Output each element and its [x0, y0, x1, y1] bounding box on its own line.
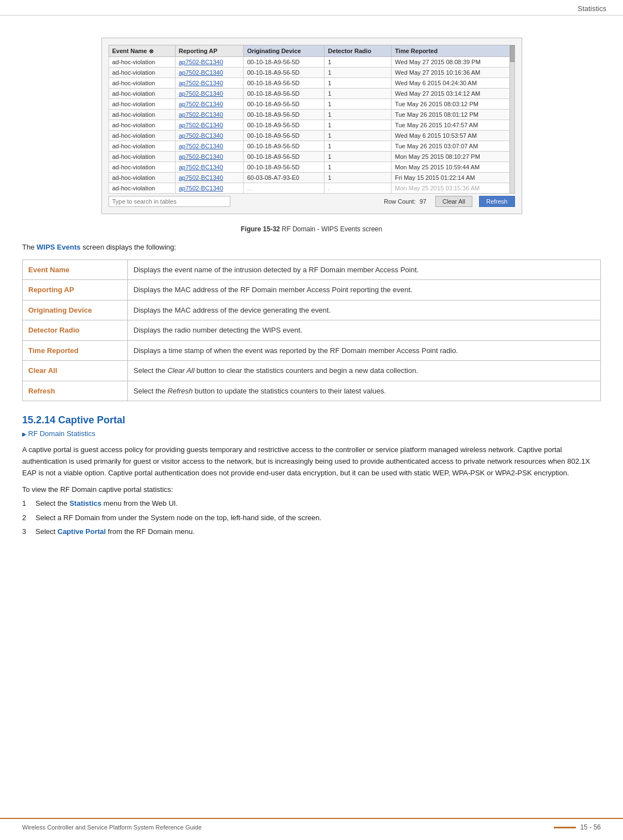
table-cell: Wed May 27 2015 03:14:12 AM	[392, 89, 514, 99]
figure-text: RF Domain - WIPS Events screen	[282, 225, 382, 233]
table-cell[interactable]: ap7502-BC1340	[175, 141, 243, 152]
table-cell: 1	[325, 110, 392, 120]
step-link[interactable]: Captive Portal	[58, 527, 106, 536]
section-title: Captive Portal	[58, 414, 125, 426]
table-cell: ad-hoc-violation	[109, 183, 175, 194]
row-count-label: Row Count: 97	[384, 198, 426, 205]
step-link[interactable]: Statistics	[69, 499, 101, 507]
table-cell: 1	[325, 152, 392, 162]
table-cell[interactable]: ap7502-BC1340	[175, 78, 243, 89]
info-table-description: Displays the radio number detecting the …	[128, 320, 601, 341]
table-row: ad-hoc-violationap7502-BC1340....Mon May…	[109, 183, 514, 194]
table-wrapper: Event Name ⊗ Reporting AP Originating De…	[109, 45, 515, 194]
col-reporting-ap: Reporting AP	[175, 45, 243, 57]
footer-right: 15 - 56	[554, 823, 601, 831]
table-cell: 1	[325, 162, 392, 173]
table-cell[interactable]: ap7502-BC1340	[175, 120, 243, 131]
table-row: ad-hoc-violationap7502-BC134000-10-18-A9…	[109, 141, 514, 152]
info-table-row: RefreshSelect the Refresh button to upda…	[23, 381, 601, 401]
scrollbar-thumb[interactable]	[510, 45, 515, 62]
table-row: ad-hoc-violationap7502-BC134000-10-18-A9…	[109, 131, 514, 141]
table-cell[interactable]: ap7502-BC1340	[175, 110, 243, 120]
table-cell: 00-10-18-A9-56-5D	[244, 110, 325, 120]
table-cell[interactable]: ap7502-BC1340	[175, 89, 243, 99]
table-row: ad-hoc-violationap7502-BC134000-10-18-A9…	[109, 57, 514, 68]
table-cell: 1	[325, 68, 392, 78]
wips-table: Event Name ⊗ Reporting AP Originating De…	[109, 45, 515, 194]
table-cell: .	[325, 183, 392, 194]
table-row: ad-hoc-violationap7502-BC134000-10-18-A9…	[109, 78, 514, 89]
info-table-label: Time Reported	[23, 340, 128, 361]
table-cell: ad-hoc-violation	[109, 152, 175, 162]
refresh-button[interactable]: Refresh	[479, 196, 515, 207]
footer-divider-icon	[554, 827, 576, 828]
footer-left: Wireless Controller and Service Platform…	[22, 824, 202, 831]
scrollbar-track[interactable]	[509, 45, 515, 194]
body-paragraph-1: A captive portal is guest access policy …	[22, 444, 601, 479]
search-input[interactable]	[109, 196, 230, 207]
step-prefix: Select	[35, 527, 58, 536]
table-cell: 1	[325, 89, 392, 99]
table-cell[interactable]: ap7502-BC1340	[175, 173, 243, 183]
steps-intro: To view the RF Domain captive portal sta…	[22, 485, 601, 494]
col-detector-radio: Detector Radio	[325, 45, 392, 57]
info-table-row: Reporting APDisplays the MAC address of …	[23, 280, 601, 300]
main-content: Event Name ⊗ Reporting AP Originating De…	[0, 15, 623, 568]
table-cell: ad-hoc-violation	[109, 110, 175, 120]
figure-number: Figure 15-32	[241, 225, 280, 233]
table-cell[interactable]: ap7502-BC1340	[175, 183, 243, 194]
table-cell: ad-hoc-violation	[109, 141, 175, 152]
info-table-label: Refresh	[23, 381, 128, 401]
table-cell: 00-10-18-A9-56-5D	[244, 131, 325, 141]
col-time-reported: Time Reported	[392, 45, 514, 57]
table-cell: ad-hoc-violation	[109, 57, 175, 68]
table-cell: Tue May 26 2015 08:03:12 PM	[392, 99, 514, 110]
table-row: ad-hoc-violationap7502-BC134000-10-18-A9…	[109, 120, 514, 131]
header-title: Statistics	[578, 4, 606, 13]
table-cell: 00-10-18-A9-56-5D	[244, 57, 325, 68]
table-cell: 1	[325, 141, 392, 152]
table-cell[interactable]: ap7502-BC1340	[175, 57, 243, 68]
table-cell: Wed May 27 2015 08:08:39 PM	[392, 57, 514, 68]
step-number: 1	[22, 498, 26, 509]
step-suffix: from the RF Domain menu.	[106, 527, 194, 536]
table-cell[interactable]: ap7502-BC1340	[175, 162, 243, 173]
table-cell[interactable]: ap7502-BC1340	[175, 68, 243, 78]
table-cell[interactable]: ap7502-BC1340	[175, 152, 243, 162]
page-footer: Wireless Controller and Service Platform…	[0, 818, 623, 831]
table-cell: 1	[325, 120, 392, 131]
table-cell: 00-10-18-A9-56-5D	[244, 152, 325, 162]
table-cell: 00-10-18-A9-56-5D	[244, 68, 325, 78]
figure-caption: Figure 15-32 RF Domain - WIPS Events scr…	[22, 225, 601, 233]
table-cell: 60-03-08-A7-93-E0	[244, 173, 325, 183]
info-table-description: Select the Refresh button to update the …	[128, 381, 601, 401]
info-table-row: Event NameDisplays the event name of the…	[23, 260, 601, 280]
info-table-label: Detector Radio	[23, 320, 128, 341]
table-cell: ad-hoc-violation	[109, 162, 175, 173]
table-cell[interactable]: ap7502-BC1340	[175, 131, 243, 141]
table-cell: Tue May 26 2015 10:47:57 AM	[392, 120, 514, 131]
table-cell: 1	[325, 57, 392, 68]
table-cell: Wed May 6 2015 10:53:57 AM	[392, 131, 514, 141]
info-table-row: Time ReportedDisplays a time stamp of wh…	[23, 340, 601, 361]
table-cell[interactable]: ap7502-BC1340	[175, 99, 243, 110]
info-table: Event NameDisplays the event name of the…	[22, 260, 601, 402]
info-table-description: Select the Clear All button to clear the…	[128, 361, 601, 381]
section-heading: 15.2.14 Captive Portal	[22, 414, 601, 426]
info-table-label: Clear All	[23, 361, 128, 381]
table-cell: ...	[244, 183, 325, 194]
table-cell: Mon May 25 2015 08:10:27 PM	[392, 152, 514, 162]
clear-all-button[interactable]: Clear All	[435, 196, 472, 207]
table-cell: Wed May 6 2015 04:24:30 AM	[392, 78, 514, 89]
wips-events-link[interactable]: WIPS Events	[37, 243, 80, 251]
table-cell: Wed May 27 2015 10:16:36 AM	[392, 68, 514, 78]
table-cell: Mon May 25 2015 10:59:44 AM	[392, 162, 514, 173]
info-table-row: Originating DeviceDisplays the MAC addre…	[23, 300, 601, 320]
page-header: Statistics	[0, 0, 623, 15]
info-table-description: Displays the MAC address of the RF Domai…	[128, 280, 601, 300]
step-item: 1Select the Statistics menu from the Web…	[22, 498, 601, 509]
step-item: 2Select a RF Domain from under the Syste…	[22, 512, 601, 523]
table-cell: 1	[325, 131, 392, 141]
table-cell: 00-10-18-A9-56-5D	[244, 120, 325, 131]
table-cell: ad-hoc-violation	[109, 131, 175, 141]
